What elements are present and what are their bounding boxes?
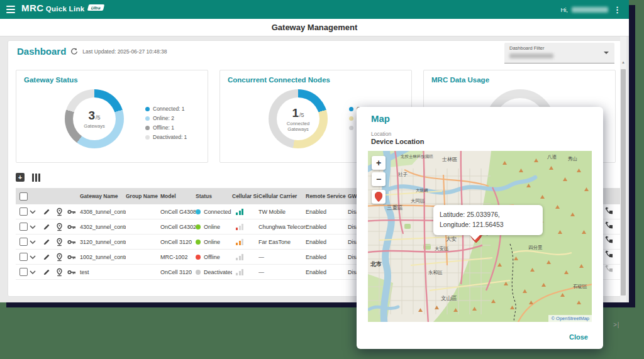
donut-total: /5: [299, 112, 304, 118]
gateway-status-title: Gateway Status: [24, 76, 78, 84]
logo-mrc: MRC: [21, 3, 44, 13]
remote-connection-icon[interactable]: [605, 235, 615, 245]
pagination-last-page[interactable]: >|: [613, 321, 619, 328]
row-checkbox[interactable]: [19, 223, 28, 231]
map-zoom-in-button[interactable]: +: [372, 156, 386, 170]
status-dot: [196, 240, 201, 245]
gateway-model: OnCell G4308: [160, 209, 196, 215]
cellular-signal-icon: [236, 253, 258, 260]
expand-chevron-icon[interactable]: [30, 255, 43, 259]
donut-label: Gateways: [84, 123, 104, 129]
location-pin-icon[interactable]: [56, 207, 67, 216]
dashboard-filter-select[interactable]: Dashboard Filter: [504, 43, 614, 64]
expand-chevron-icon[interactable]: [30, 240, 43, 244]
remote-service-value: Enabled: [306, 224, 348, 230]
edit-pencil-icon[interactable]: [43, 238, 56, 245]
edit-pencil-icon[interactable]: [43, 223, 56, 230]
status-dot: [196, 224, 201, 229]
gateway-name: 4308_tunnel_control: [80, 209, 126, 215]
desktop-background: MRC Quick Link Ultra Hi, ⋮ Gateway Manag…: [0, 0, 644, 359]
key-icon[interactable]: [67, 239, 80, 245]
status-dot: [196, 270, 201, 275]
status-text: Deactivated: [204, 269, 232, 275]
scroll-up-arrow-icon[interactable]: ▲: [620, 60, 626, 64]
map-locate-device-button[interactable]: [372, 190, 386, 204]
col-status[interactable]: Status: [196, 193, 232, 199]
kebab-menu-icon[interactable]: ⋮: [612, 6, 623, 14]
row-checkbox[interactable]: [19, 253, 28, 261]
key-icon[interactable]: [67, 269, 80, 275]
expand-chevron-icon[interactable]: [30, 210, 43, 214]
cellular-carrier: Chunghwa Telecom: [258, 224, 306, 230]
dashboard-filter-value-redacted: [509, 53, 553, 58]
cellular-carrier: Far EasTone: [258, 239, 306, 245]
status-text: Online: [204, 239, 220, 245]
page-title: Gateway Management: [272, 23, 358, 32]
col-group-name[interactable]: Group Name: [126, 193, 160, 199]
user-name-redacted: [572, 7, 608, 13]
cellular-carrier: —: [258, 269, 306, 275]
dashboard-filter-label: Dashboard Filter: [509, 45, 544, 51]
gateway-status-card: Gateway Status 3/5 Gateways Connected: 1…: [16, 70, 208, 163]
col-gateway-name[interactable]: Gateway Name: [80, 193, 126, 199]
column-settings-icon[interactable]: [32, 174, 40, 182]
location-pin-icon[interactable]: [56, 253, 67, 262]
add-gateway-button[interactable]: +: [16, 173, 25, 182]
cellular-carrier: —: [258, 254, 306, 260]
edit-pencil-icon[interactable]: [43, 268, 56, 275]
key-icon[interactable]: [67, 209, 80, 215]
zoom-out-label: −: [376, 174, 381, 184]
map-zoom-out-button[interactable]: −: [372, 172, 386, 186]
last-updated-text: Last Updated: 2025-06-27 10:48:38: [82, 48, 167, 55]
coordinates-tooltip: Latitude: 25.033976, Longitude: 121.5645…: [433, 205, 543, 235]
device-location-map[interactable]: 北投士林科技園區士林區八連秀山社子大龍峒大同區三重區南港區臺北市大安大安區四分里…: [368, 151, 592, 322]
key-icon[interactable]: [67, 254, 80, 260]
legend-item: Offline: 1: [145, 124, 187, 131]
legend-item: Deactivated: 1: [145, 134, 187, 140]
remote-connection-icon[interactable]: [605, 250, 615, 260]
col-cellular-signal[interactable]: Cellular Signal: [232, 193, 258, 199]
row-checkbox[interactable]: [19, 268, 28, 276]
cellular-signal-icon: [236, 238, 258, 245]
expand-chevron-icon[interactable]: [30, 270, 43, 274]
modal-close-button[interactable]: Close: [569, 333, 588, 341]
gateway-model: OnCell G4302: [160, 224, 196, 230]
row-checkbox[interactable]: [19, 238, 28, 246]
gateway-status-donut-center: 3/5 Gateways: [65, 89, 124, 148]
location-pin-icon[interactable]: [56, 268, 67, 277]
row-checkbox[interactable]: [19, 207, 28, 216]
hamburger-menu-icon[interactable]: [6, 6, 15, 13]
donut-value: 1: [292, 106, 299, 120]
app-bar: MRC Quick Link Ultra Hi, ⋮: [0, 0, 629, 19]
mrc-data-usage-title: MRC Data Usage: [431, 76, 489, 84]
remote-connection-icon[interactable]: [605, 206, 615, 216]
app-logo: MRC Quick Link Ultra: [21, 3, 103, 13]
col-remote-service[interactable]: Remote Service: [306, 193, 348, 199]
key-icon[interactable]: [67, 224, 80, 230]
remote-connection-icon[interactable]: [605, 221, 615, 231]
status-text: Online: [204, 224, 220, 230]
refresh-icon[interactable]: [70, 48, 78, 55]
table-toolbar: +: [16, 173, 40, 182]
select-all-checkbox[interactable]: [19, 192, 28, 201]
cellular-signal-icon: [236, 208, 258, 215]
scrollbar-thumb[interactable]: [621, 69, 626, 295]
concurrent-nodes-donut-center: 1/5 Connected Gateways: [269, 89, 328, 148]
gateway-name: 4302_tunnel_control: [80, 224, 126, 230]
osm-attribution[interactable]: © OpenStreetMap: [548, 315, 592, 322]
location-label: Location: [371, 131, 391, 137]
gateway-model: OnCell 3120: [160, 239, 196, 245]
chevron-down-icon: [604, 52, 609, 54]
latitude-text: Latitude: 25.033976,: [440, 210, 536, 220]
expand-chevron-icon[interactable]: [30, 225, 43, 229]
edit-pencil-icon[interactable]: [43, 253, 56, 260]
location-pin-icon[interactable]: [56, 223, 67, 231]
gateway-name: test: [80, 269, 126, 275]
vertical-scrollbar[interactable]: ▲: [620, 36, 626, 302]
col-model[interactable]: Model: [160, 193, 196, 199]
edit-pencil-icon[interactable]: [43, 208, 56, 215]
col-cellular-carrier[interactable]: Cellular Carrier: [258, 193, 306, 199]
cellular-signal-icon: [236, 268, 258, 275]
location-pin-icon[interactable]: [56, 238, 67, 246]
donut-label: Connected Gateways: [276, 121, 320, 132]
